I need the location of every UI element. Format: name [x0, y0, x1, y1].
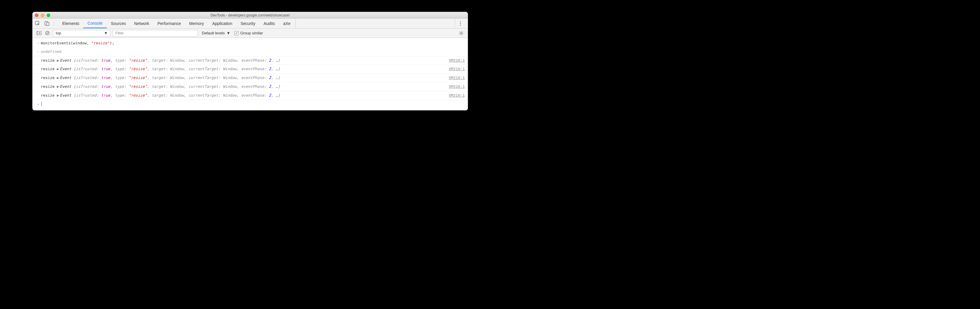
- clear-console-button[interactable]: [43, 30, 51, 37]
- log-source-link[interactable]: VM310:1: [446, 84, 465, 90]
- tab-console[interactable]: Console: [83, 19, 107, 28]
- group-similar-label: Group similar: [240, 31, 263, 35]
- svg-line-16: [463, 34, 463, 35]
- log-content: resize ▶Event {isTrusted: true, type: "r…: [41, 93, 446, 99]
- svg-point-10: [461, 32, 462, 34]
- expand-object-icon[interactable]: ▶: [57, 58, 59, 62]
- svg-point-4: [460, 23, 461, 24]
- context-value: top: [56, 31, 61, 35]
- log-levels-select[interactable]: Default levels ▼: [202, 31, 230, 35]
- maximize-window-button[interactable]: [47, 13, 50, 17]
- panel-tabs: ElementsConsoleSourcesNetworkPerformance…: [33, 19, 468, 29]
- expand-object-icon[interactable]: ▶: [57, 67, 59, 71]
- minimize-window-button[interactable]: [41, 13, 44, 17]
- log-source-link[interactable]: VM310:1: [446, 93, 465, 99]
- expand-object-icon[interactable]: ▶: [57, 75, 59, 80]
- checkbox-icon: ✓: [234, 31, 239, 35]
- window-title: DevTools - developers.google.com/web/sho…: [33, 13, 468, 17]
- console-settings-button[interactable]: [457, 29, 465, 38]
- close-window-button[interactable]: [35, 13, 38, 17]
- svg-line-15: [460, 31, 460, 32]
- log-source-link[interactable]: VM310:1: [446, 75, 465, 81]
- tab-performance[interactable]: Performance: [153, 19, 185, 28]
- log-source-link[interactable]: VM310:1: [446, 58, 465, 64]
- tab-audits[interactable]: Audits: [259, 19, 279, 28]
- console-toolbar: top ▼ Filter Default levels ▼ ✓ Group si…: [33, 29, 468, 38]
- console-output: › monitorEvents(window, "resize"); ‹ und…: [33, 38, 468, 110]
- svg-line-18: [463, 31, 463, 32]
- return-value: undefined: [41, 49, 465, 55]
- input-code: monitorEvents(window, "resize");: [41, 40, 465, 46]
- window-controls: [35, 13, 50, 17]
- tab-application[interactable]: Application: [208, 19, 237, 28]
- console-log-row: resize ▶Event {isTrusted: true, type: "r…: [33, 56, 468, 65]
- svg-rect-2: [47, 22, 49, 26]
- log-content: resize ▶Event {isTrusted: true, type: "r…: [41, 66, 446, 72]
- tab-axe[interactable]: aXe: [279, 19, 294, 28]
- titlebar: DevTools - developers.google.com/web/sho…: [33, 12, 468, 19]
- console-log-row: resize ▶Event {isTrusted: true, type: "r…: [33, 91, 468, 100]
- devtools-window: DevTools - developers.google.com/web/sho…: [32, 12, 468, 110]
- levels-label: Default levels: [202, 31, 225, 35]
- tab-network[interactable]: Network: [130, 19, 153, 28]
- log-content: resize ▶Event {isTrusted: true, type: "r…: [41, 84, 446, 90]
- context-select[interactable]: top ▼: [53, 30, 110, 37]
- toggle-sidebar-button[interactable]: [35, 30, 43, 37]
- log-content: resize ▶Event {isTrusted: true, type: "r…: [41, 58, 446, 64]
- more-menu-button[interactable]: [455, 19, 465, 28]
- svg-line-17: [460, 34, 460, 35]
- svg-rect-7: [37, 31, 38, 35]
- inspect-element-icon[interactable]: [35, 21, 40, 26]
- expand-object-icon[interactable]: ▶: [57, 84, 59, 89]
- expand-object-icon[interactable]: ▶: [57, 93, 59, 98]
- console-return-row: ‹ undefined: [33, 48, 468, 56]
- tab-security[interactable]: Security: [237, 19, 260, 28]
- dropdown-caret-icon: ▼: [226, 31, 230, 35]
- filter-placeholder: Filter: [115, 31, 124, 35]
- console-prompt[interactable]: ›: [33, 100, 468, 109]
- tab-memory[interactable]: Memory: [185, 19, 208, 28]
- console-input-echo: › monitorEvents(window, "resize");: [33, 39, 468, 48]
- prompt-input[interactable]: [41, 101, 465, 107]
- return-chevron-icon: ‹: [35, 49, 41, 55]
- input-chevron-icon: ›: [35, 40, 41, 46]
- console-log-row: resize ▶Event {isTrusted: true, type: "r…: [33, 83, 468, 91]
- tab-elements[interactable]: Elements: [58, 19, 83, 28]
- filter-input[interactable]: Filter: [113, 30, 198, 37]
- svg-point-5: [460, 25, 461, 26]
- console-log-row: resize ▶Event {isTrusted: true, type: "r…: [33, 65, 468, 74]
- console-log-row: resize ▶Event {isTrusted: true, type: "r…: [33, 74, 468, 83]
- svg-point-3: [460, 21, 461, 22]
- log-content: resize ▶Event {isTrusted: true, type: "r…: [41, 75, 446, 81]
- tabs-container: ElementsConsoleSourcesNetworkPerformance…: [58, 19, 296, 28]
- tab-sources[interactable]: Sources: [107, 19, 130, 28]
- svg-line-9: [46, 32, 48, 34]
- prompt-chevron-icon: ›: [35, 101, 41, 107]
- device-toggle-icon[interactable]: [44, 21, 49, 26]
- group-similar-checkbox[interactable]: ✓ Group similar: [234, 31, 263, 35]
- log-source-link[interactable]: VM310:1: [446, 66, 465, 72]
- dropdown-caret-icon: ▼: [104, 31, 108, 35]
